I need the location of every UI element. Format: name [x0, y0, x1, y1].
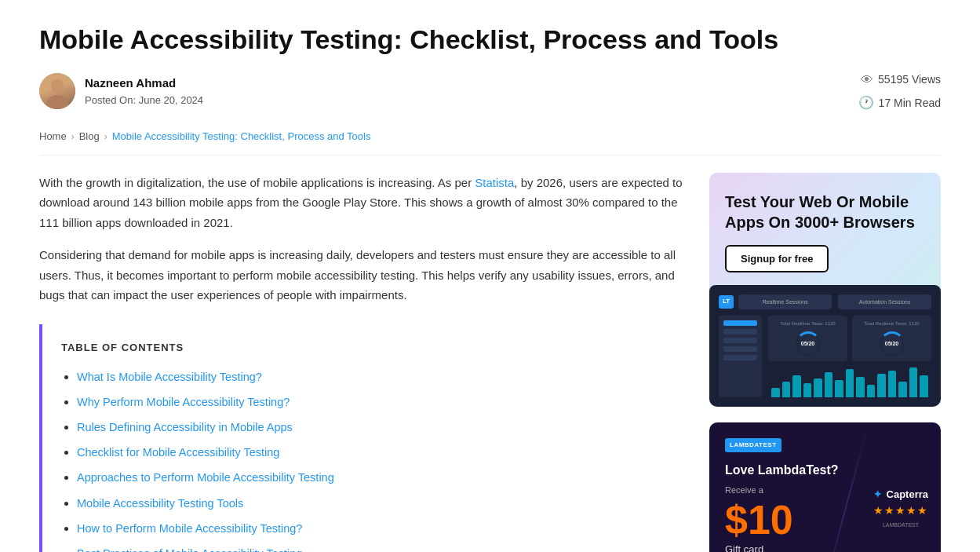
bar-10 [867, 385, 876, 397]
toc-link-4[interactable]: Checklist for Mobile Accessibility Testi… [77, 446, 279, 459]
author-bar: Nazneen Ahmad Posted On: June 20, 2024 👁… [39, 70, 941, 113]
capterra-powered: LAMBDATEST [873, 521, 928, 530]
lambdatest-logo: LAMBDATEST [725, 438, 781, 453]
menu-item [723, 329, 757, 334]
gauge-label-1: Total Realtime Tests: 1120 [780, 320, 835, 328]
menu-item [723, 346, 757, 352]
toc-list: What Is Mobile Accessibility Testing? Wh… [61, 367, 667, 552]
list-item: Approaches to Perform Mobile Accessibili… [77, 468, 667, 487]
author-date: Posted On: June 20, 2024 [85, 93, 203, 109]
sidebar-ad-top: Test Your Web Or Mobile Apps On 3000+ Br… [709, 173, 941, 407]
breadcrumb-blog[interactable]: Blog [79, 129, 100, 145]
dashboard-bars [768, 366, 931, 397]
dashboard-gauges: Total Realtime Tests: 1120 05/20 Total R… [768, 316, 931, 361]
list-item: Checklist for Mobile Accessibility Testi… [77, 443, 667, 462]
clock-icon: 🕐 [858, 93, 874, 113]
capterra-badge: ✦ Capterra ★★★★★ LAMBDATEST [873, 484, 928, 530]
list-item: Best Practices of Mobile Accessibility T… [77, 544, 667, 552]
intro-paragraph-1: With the growth in digitalization, the u… [39, 173, 686, 233]
bar-6 [825, 372, 833, 397]
bar-2 [782, 382, 791, 397]
bar-1 [771, 388, 780, 397]
toc-title: TABLE OF CONTENTS [61, 340, 667, 356]
author-name: Nazneen Ahmad [85, 74, 203, 93]
toc-link-5[interactable]: Approaches to Perform Mobile Accessibili… [77, 471, 334, 484]
bar-3 [792, 375, 801, 397]
bar-5 [814, 378, 822, 397]
intro-paragraph-2: Considering that demand for mobile apps … [39, 245, 686, 305]
eye-icon: 👁 [861, 70, 873, 90]
capterra-logo: ✦ Capterra [873, 484, 928, 500]
toc-link-6[interactable]: Mobile Accessibility Testing Tools [77, 497, 243, 510]
capterra-stars: ★★★★★ [873, 502, 928, 519]
article-meta: 👁 55195 Views 🕐 17 Min Read [858, 70, 941, 113]
lambdatest-logo-small: LT [719, 295, 734, 309]
gauge-circle-1: 05/20 [796, 331, 821, 356]
gauge-val-1: 05/20 [801, 339, 815, 348]
ad-gift-label: Gift card [725, 542, 925, 552]
dashboard-content: Total Realtime Tests: 1120 05/20 Total R… [719, 316, 931, 397]
bar-4 [803, 383, 812, 397]
ad-bottom-logo: LAMBDATEST [725, 438, 925, 453]
breadcrumb-current[interactable]: Mobile Accessibility Testing: Checklist,… [112, 129, 371, 145]
breadcrumb: Home › Blog › Mobile Accessibility Testi… [39, 129, 941, 155]
list-item: How to Perform Mobile Accessibility Test… [77, 519, 667, 538]
statista-link[interactable]: Statista [475, 176, 514, 189]
toc-link-1[interactable]: What Is Mobile Accessibility Testing? [77, 371, 262, 383]
dashboard-sidebar-mini [719, 316, 762, 397]
toc-link-3[interactable]: Rules Defining Accessibility in Mobile A… [77, 421, 293, 433]
read-time-meta: 🕐 17 Min Read [858, 93, 941, 113]
ad-top-title: Test Your Web Or Mobile Apps On 3000+ Br… [725, 192, 925, 232]
dashboard-main: Total Realtime Tests: 1120 05/20 Total R… [768, 316, 931, 397]
views-meta: 👁 55195 Views [861, 70, 941, 90]
author-left: Nazneen Ahmad Posted On: June 20, 2024 [39, 73, 203, 109]
dashboard-tabs: Realtime Sessions Automation Sessions [738, 294, 931, 309]
bar-11 [877, 374, 886, 397]
gauge-1: Total Realtime Tests: 1120 05/20 [768, 316, 847, 361]
bar-9 [856, 377, 865, 397]
avatar [39, 73, 75, 109]
menu-item-active [723, 320, 757, 326]
author-info: Nazneen Ahmad Posted On: June 20, 2024 [85, 74, 203, 109]
list-item: Rules Defining Accessibility in Mobile A… [77, 418, 667, 437]
realtime-tab: Realtime Sessions [738, 294, 832, 309]
dashboard-header: LT Realtime Sessions Automation Sessions [719, 294, 931, 309]
menu-item [723, 355, 757, 360]
gauge-val-2: 05/20 [885, 339, 899, 348]
bar-8 [846, 369, 854, 397]
breadcrumb-sep1: › [71, 130, 75, 144]
sidebar-ad-bottom: LAMBDATEST Love LambdaTest? Receive a $1… [709, 422, 941, 552]
automation-tab: Automation Sessions [838, 294, 931, 309]
gauge-circle-2: 05/20 [880, 331, 905, 356]
bar-15 [920, 375, 928, 397]
bar-12 [888, 371, 897, 397]
bar-14 [909, 367, 918, 397]
bar-13 [898, 382, 907, 397]
sidebar: Test Your Web Or Mobile Apps On 3000+ Br… [709, 173, 941, 552]
list-item: Mobile Accessibility Testing Tools [77, 494, 667, 513]
list-item: What Is Mobile Accessibility Testing? [77, 367, 667, 386]
list-item: Why Perform Mobile Accessibility Testing… [77, 393, 667, 411]
main-layout: With the growth in digitalization, the u… [39, 173, 941, 552]
breadcrumb-home[interactable]: Home [39, 129, 67, 145]
content-area: With the growth in digitalization, the u… [39, 173, 686, 552]
menu-item [723, 338, 757, 343]
toc-link-7[interactable]: How to Perform Mobile Accessibility Test… [77, 522, 302, 535]
table-of-contents: TABLE OF CONTENTS What Is Mobile Accessi… [39, 324, 686, 552]
breadcrumb-sep2: › [104, 130, 107, 144]
gauge-label-2: Total Realtime Tests: 1120 [864, 320, 919, 328]
toc-link-8[interactable]: Best Practices of Mobile Accessibility T… [77, 547, 302, 552]
ad-bottom-title: Love LambdaTest? [725, 460, 925, 481]
toc-link-2[interactable]: Why Perform Mobile Accessibility Testing… [77, 396, 290, 408]
signup-button[interactable]: Signup for free [725, 245, 829, 272]
bar-7 [835, 380, 843, 397]
dashboard-preview: LT Realtime Sessions Automation Sessions [709, 285, 941, 407]
gauge-2: Total Realtime Tests: 1120 05/20 [852, 316, 931, 361]
article-title: Mobile Accessibility Testing: Checklist,… [39, 24, 941, 56]
